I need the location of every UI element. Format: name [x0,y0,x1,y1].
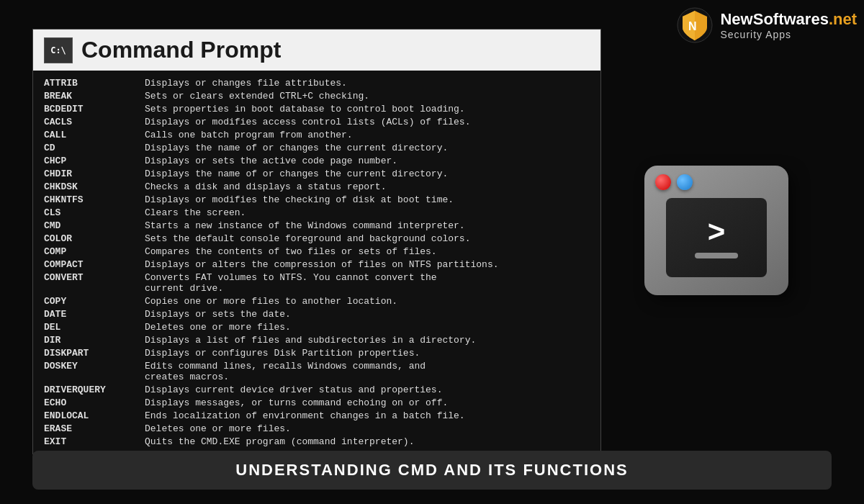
cmd-name: CHCP [44,154,145,167]
cmd-desc: Displays the name of or changes the curr… [145,141,590,154]
cmd-name: ATTRIB [44,76,145,89]
cmd-name: ENDLOCAL [44,409,145,422]
cmd-desc: Checks a disk and displays a status repo… [145,180,590,193]
cmd-name: CONVERT [44,271,145,294]
cmd-name: DRIVERQUERY [44,383,145,396]
terminal-body: > [666,198,767,277]
cmd-desc: Copies one or more files to another loca… [145,294,590,307]
table-row: DELDeletes one or more files. [44,320,590,333]
table-row: COLORSets the default console foreground… [44,232,590,245]
cmd-desc: Sets or clears extended CTRL+C checking. [145,89,590,102]
cmd-name: COLOR [44,232,145,245]
table-row: DISKPARTDisplays or configures Disk Part… [44,346,590,359]
table-row: DATEDisplays or sets the date. [44,307,590,320]
table-row: CHCPDisplays or sets the active code pag… [44,154,590,167]
cmd-name: CMD [44,219,145,232]
cmd-name: DIR [44,333,145,346]
table-row: DIRDisplays a list of files and subdirec… [44,333,590,346]
table-row: ECHODisplays messages, or turns command … [44,396,590,409]
cmd-desc: Displays or alters the compression of fi… [145,258,590,271]
table-row: CHDIRDisplays the name of or changes the… [44,167,590,180]
cmd-name: DATE [44,307,145,320]
terminal-buttons [655,174,693,190]
cmd-name: ECHO [44,396,145,409]
cmd-desc: Sets the default console foreground and … [145,232,590,245]
table-row: CHKNTFSDisplays or modifies the checking… [44,193,590,206]
cmd-desc: Converts FAT volumes to NTFS. You cannot… [145,271,590,294]
cmd-panel: C:\ Command Prompt ATTRIBDisplays or cha… [32,29,601,454]
table-row: EXITQuits the CMD.EXE program (command i… [44,435,590,448]
table-row: CLSClears the screen. [44,206,590,219]
table-row: DRIVERQUERYDisplays current device drive… [44,383,590,396]
table-row: COMPCompares the contents of two files o… [44,245,590,258]
cmd-desc: Clears the screen. [145,206,590,219]
cmd-name: COMPACT [44,258,145,271]
cmd-name: CHKNTFS [44,193,145,206]
cmd-title: Command Prompt [81,37,281,63]
cmd-name: CALL [44,128,145,141]
cmd-desc: Displays messages, or turns command echo… [145,396,590,409]
cmd-desc: Compares the contents of two files or se… [145,245,590,258]
cmd-icon: C:\ [44,37,73,63]
cmd-name: CACLS [44,115,145,128]
cmd-name: DOSKEY [44,359,145,383]
cmd-desc: Displays or modifies the checking of dis… [145,193,590,206]
brand-name: NewSoftwares.net [720,10,857,29]
cmd-desc: Edits command lines, recalls Windows com… [145,359,590,383]
cmd-desc: Deletes one or more files. [145,422,590,435]
prompt-arrow: > [708,217,726,247]
bottom-banner: UNDERSTANDING CMD AND ITS FUNCTIONS [32,451,832,490]
cmd-desc: Calls one batch program from another. [145,128,590,141]
cmd-desc: Sets properties in boot database to cont… [145,102,590,115]
terminal-button-red [655,174,671,190]
table-row: BCDEDITSets properties in boot database … [44,102,590,115]
cmd-name: ERASE [44,422,145,435]
cmd-name: CHDIR [44,167,145,180]
cmd-desc: Displays current device driver status an… [145,383,590,396]
table-row: COMPACTDisplays or alters the compressio… [44,258,590,271]
table-row: ATTRIBDisplays or changes file attribute… [44,76,590,89]
cmd-name: COMP [44,245,145,258]
cmd-desc: Starts a new instance of the Windows com… [145,219,590,232]
terminal-illustration: > [644,166,803,310]
cmd-desc: Displays or sets the date. [145,307,590,320]
cmd-content: ATTRIBDisplays or changes file attribute… [33,71,600,454]
cmd-name: DEL [44,320,145,333]
cmd-desc: Displays or modifies access control list… [145,115,590,128]
cmd-desc: Ends localization of environment changes… [145,409,590,422]
bottom-banner-text: UNDERSTANDING CMD AND ITS FUNCTIONS [47,461,817,480]
terminal-3d: > [644,166,788,295]
table-row: ENDLOCALEnds localization of environment… [44,409,590,422]
cmd-name: COPY [44,294,145,307]
table-row: CDDisplays the name of or changes the cu… [44,141,590,154]
cmd-name: BREAK [44,89,145,102]
brand-text: NewSoftwares.net Security Apps [720,10,857,40]
cmd-desc: Displays or configures Disk Partition pr… [145,346,590,359]
logo-icon: N [677,7,713,43]
cmd-header: C:\ Command Prompt [33,30,600,71]
prompt-line [695,253,738,258]
cmd-desc: Displays or sets the active code page nu… [145,154,590,167]
table-row: CACLSDisplays or modifies access control… [44,115,590,128]
cmd-name: DISKPART [44,346,145,359]
cmd-icon-text: C:\ [50,45,66,55]
cmd-desc: Displays a list of files and subdirector… [145,333,590,346]
table-row: CONVERTConverts FAT volumes to NTFS. You… [44,271,590,294]
cmd-name: BCDEDIT [44,102,145,115]
table-row: BREAKSets or clears extended CTRL+C chec… [44,89,590,102]
svg-text:N: N [688,20,697,32]
cmd-name: CHKDSK [44,180,145,193]
cmd-desc: Displays the name of or changes the curr… [145,167,590,180]
brand-subtitle: Security Apps [720,29,791,40]
cmd-name: CD [44,141,145,154]
cmd-name: EXIT [44,435,145,448]
table-row: ERASEDeletes one or more files. [44,422,590,435]
table-row: DOSKEYEdits command lines, recalls Windo… [44,359,590,383]
table-row: CMDStarts a new instance of the Windows … [44,219,590,232]
cmd-desc: Displays or changes file attributes. [145,76,590,89]
cmd-desc: Deletes one or more files. [145,320,590,333]
table-row: CHKDSKChecks a disk and displays a statu… [44,180,590,193]
cmd-table: ATTRIBDisplays or changes file attribute… [44,76,590,448]
table-row: COPYCopies one or more files to another … [44,294,590,307]
cmd-desc: Quits the CMD.EXE program (command inter… [145,435,590,448]
